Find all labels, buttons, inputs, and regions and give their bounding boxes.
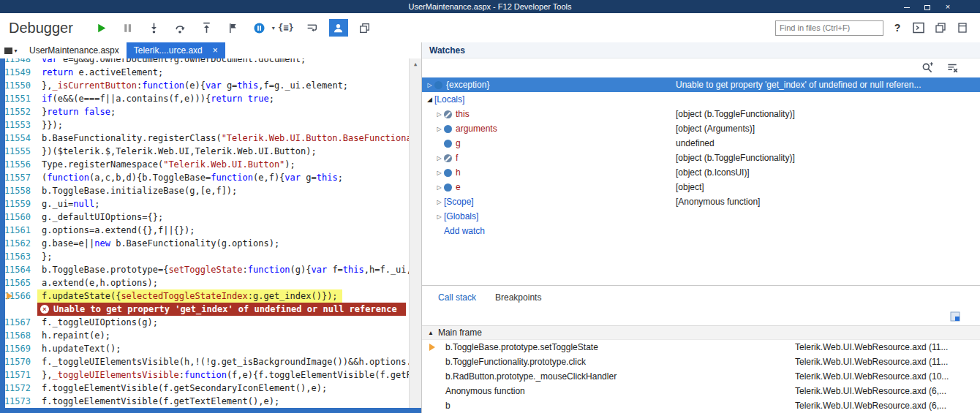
code-line-11562[interactable]: 11562g.base=e||new b.BaseFunctionality(g… (0, 237, 421, 250)
line-number[interactable]: 11568 (0, 329, 37, 342)
show-library-code-button[interactable] (355, 19, 374, 37)
line-number[interactable]: 11566 (0, 289, 37, 303)
line-number[interactable]: 11563 (0, 250, 37, 263)
callstack-frame[interactable]: b.ToggleFunctionality.prototype.clickTel… (422, 355, 980, 369)
watch-row-globals[interactable]: ▷[Globals] (422, 209, 980, 224)
code-text[interactable]: Type.registerNamespace("Telerik.Web.UI.B… (37, 158, 295, 171)
line-number[interactable]: 11551 (0, 92, 37, 105)
code-line-11557[interactable]: 11557(function(a,c,b,d){b.ToggleBase=fun… (0, 171, 421, 184)
code-text[interactable]: b.BaseFunctionality.registerClass("Teler… (37, 132, 421, 145)
vertical-scrollbar[interactable]: ▲ (409, 58, 421, 413)
code-text[interactable]: },_toggleUIElementsVisible:function(f,e)… (37, 368, 421, 382)
line-number[interactable]: 11572 (0, 382, 37, 395)
undock-button[interactable] (933, 20, 948, 35)
code-line-11564[interactable]: 11564b.ToggleBase.prototype={setToggleSt… (0, 263, 421, 276)
code-text[interactable]: f._toggleUIOptions(g); (37, 316, 158, 329)
expand-icon[interactable]: ▷ (434, 213, 444, 220)
line-number[interactable]: 11553 (0, 118, 37, 132)
step-out-button[interactable] (197, 19, 216, 37)
code-line-11556[interactable]: 11556Type.registerNamespace("Telerik.Web… (0, 158, 421, 171)
code-text[interactable]: g.base=e||new b.BaseFunctionality(g.opti… (37, 237, 279, 250)
watch-row-this[interactable]: ▷this[object (b.ToggleFunctionality)] (422, 107, 980, 121)
code-line-11569[interactable]: 11569h.updateText(); (0, 342, 421, 355)
code-text[interactable]: h.updateText(); (37, 342, 121, 355)
callstack-frame[interactable]: Anonymous functionTelerik.Web.UI.WebReso… (422, 384, 980, 398)
continue-button[interactable] (92, 19, 111, 37)
minimize-button[interactable] (897, 0, 917, 13)
watch-row-scope[interactable]: ▷[Scope][Anonymous function] (422, 194, 980, 209)
expand-icon[interactable]: ▷ (425, 82, 434, 88)
code-line-11563[interactable]: 11563}; (0, 250, 421, 263)
watch-row-g[interactable]: gundefined (422, 136, 980, 151)
tab-close-icon[interactable]: × (213, 46, 218, 55)
code-text[interactable]: }return false; (37, 105, 116, 118)
code-line-11554[interactable]: 11554b.BaseFunctionality.registerClass("… (0, 132, 421, 145)
code-text[interactable]: h.repaint(e); (37, 329, 110, 342)
just-my-code-button[interactable] (329, 19, 348, 37)
watch-row-h[interactable]: ▷h[object (b.IconsUI)] (422, 165, 980, 180)
expand-icon[interactable]: ▷ (434, 155, 444, 162)
step-over-button[interactable] (171, 19, 190, 37)
watch-row-arguments[interactable]: ▷arguments[object (Arguments)] (422, 121, 980, 136)
line-number[interactable]: 11550 (0, 79, 37, 92)
help-button[interactable]: ? (891, 22, 904, 34)
watch-row-e[interactable]: ▷e[object] (422, 180, 980, 194)
line-number[interactable]: 11552 (0, 105, 37, 118)
expand-icon[interactable]: ▷ (434, 199, 444, 205)
console-button[interactable] (911, 20, 926, 35)
restore-button[interactable] (917, 0, 938, 13)
document-picker-button[interactable]: ▾ (0, 42, 22, 58)
code-line-11570[interactable]: 11570f._toggleUIElementsVisible(h,!(!g.g… (0, 355, 421, 368)
code-line-11558[interactable]: 11558b.ToggleBase.initializeBase(g,[e,f]… (0, 184, 421, 197)
code-line-11573[interactable]: 11573f.toggleElementVisible(f.getTextEle… (0, 395, 421, 408)
code-line-11551[interactable]: 11551if(e&&(e===f||a.contains(f,e))){ret… (0, 92, 421, 105)
line-number[interactable]: 11567 (0, 316, 37, 329)
word-wrap-button[interactable] (303, 19, 322, 37)
watch-row-exception[interactable]: ▷{exception}Unable to get property 'get_… (422, 77, 980, 92)
code-line-11566[interactable]: 11566f.updateState({selectedToggleStateI… (0, 289, 421, 303)
code-line-11571[interactable]: 11571},_toggleUIElementsVisible:function… (0, 368, 421, 382)
callstack-frame[interactable]: b.ToggleBase.prototype.setToggleStateTel… (422, 340, 980, 355)
library-frames-button[interactable] (948, 309, 962, 324)
exception-settings-button[interactable]: ▾ (250, 19, 269, 37)
code-line-11552[interactable]: 11552}return false; (0, 105, 421, 118)
tab-breakpoints[interactable]: Breakpoints (495, 292, 541, 303)
code-text[interactable]: return e.activeElement; (37, 66, 163, 79)
code-text[interactable]: },_isCurrentButton:function(e){var g=thi… (37, 79, 348, 92)
collapse-icon[interactable]: ◢ (425, 96, 434, 103)
expand-icon[interactable]: ▷ (434, 111, 444, 118)
code-text[interactable]: g.options=a.extend({},f||{}); (37, 224, 195, 237)
line-number[interactable]: 11554 (0, 132, 37, 145)
watch-row-f[interactable]: ▷f[object (b.ToggleFunctionality)] (422, 151, 980, 165)
code-line-11572[interactable]: 11572f.toggleElementVisible(f.getSeconda… (0, 382, 421, 395)
break-on-new-worker-button[interactable] (224, 19, 243, 37)
code-text[interactable]: f._toggleUIElementsVisible(h,!(!g.get_is… (37, 355, 421, 368)
code-text[interactable]: if(e&&(e===f||a.contains(f,e))){return t… (37, 92, 274, 105)
code-text[interactable]: f.updateState({selectedToggleStateIndex:… (37, 289, 342, 303)
line-number[interactable]: 11559 (0, 197, 37, 211)
pin-button[interactable] (955, 20, 970, 35)
line-number[interactable]: 11562 (0, 237, 37, 250)
callstack-frame[interactable]: b.RadButton.prototype._mouseClickHandler… (422, 369, 980, 384)
close-button[interactable]: × (938, 0, 958, 13)
tab-telerik-urce-axd[interactable]: Telerik....urce.axd× (127, 42, 225, 58)
code-text[interactable]: })($telerik.$,Telerik.Web.UI,Telerik.Web… (37, 145, 317, 158)
clear-watches-button[interactable] (945, 61, 960, 75)
callstack-frame[interactable]: bTelerik.Web.UI.WebResource.axd (6,... (422, 398, 980, 413)
code-text[interactable]: f.toggleElementVisible(f.getSecondaryIco… (37, 382, 327, 395)
line-number[interactable]: 11570 (0, 355, 37, 368)
line-number[interactable]: 11560 (0, 211, 37, 224)
code-line-11567[interactable]: 11567f._toggleUIOptions(g); (0, 316, 421, 329)
code-text[interactable]: }}); (37, 118, 63, 132)
expand-icon[interactable]: ▷ (434, 184, 444, 191)
line-number[interactable]: 11556 (0, 158, 37, 171)
code-text[interactable]: g._ui=null; (37, 197, 100, 211)
code-text[interactable]: b.ToggleBase.initializeBase(g,[e,f]); (37, 184, 237, 197)
line-number[interactable]: 11569 (0, 342, 37, 355)
code-text[interactable]: }; (37, 250, 52, 263)
step-into-button[interactable] (145, 19, 164, 37)
code-line-11549[interactable]: 11549return e.activeElement; (0, 66, 421, 79)
line-number[interactable]: 11571 (0, 368, 37, 382)
line-number[interactable]: 11557 (0, 171, 37, 184)
line-number[interactable]: 11548 (0, 58, 37, 66)
